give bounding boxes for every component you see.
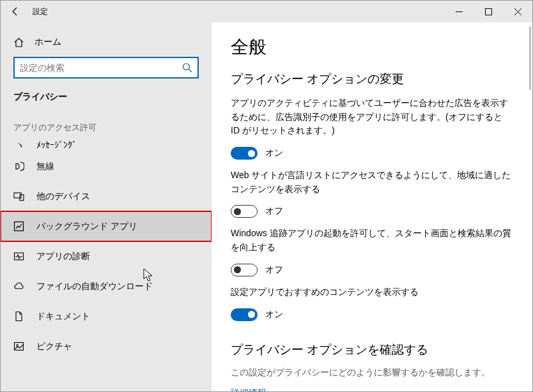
toggle-state-4: オン bbox=[265, 309, 283, 320]
svg-rect-6 bbox=[15, 343, 24, 351]
nav-label: ファイルの自動ダウンロード bbox=[36, 281, 153, 292]
nav-label: ピクチャ bbox=[36, 341, 72, 352]
nav-label: ﾒｯｾｰｼﾞﾝｸﾞ bbox=[36, 140, 77, 150]
scrollbar[interactable] bbox=[529, 26, 531, 90]
section-heading-2: プライバシー オプションを確認する bbox=[231, 342, 513, 358]
close-button[interactable] bbox=[503, 1, 532, 22]
section-label: プライバシー bbox=[1, 91, 212, 114]
search-field[interactable] bbox=[20, 63, 182, 73]
maximize-button[interactable] bbox=[474, 1, 503, 22]
toggle-advertising-id[interactable] bbox=[231, 147, 258, 160]
window-title: 設定 bbox=[30, 6, 48, 17]
nav-label: アプリの診断 bbox=[36, 251, 90, 262]
picture-icon bbox=[13, 341, 25, 352]
toggle-suggested-content[interactable] bbox=[231, 308, 258, 321]
toggle-language-list[interactable] bbox=[231, 205, 258, 218]
devices-icon bbox=[13, 191, 25, 202]
document-icon bbox=[13, 311, 25, 322]
sidebar-item-background-apps[interactable]: バックグラウンド アプリ bbox=[1, 211, 212, 241]
nav-label: 無線 bbox=[36, 161, 54, 172]
svg-point-7 bbox=[17, 345, 19, 347]
sidebar-item-messaging[interactable]: ヽ ﾒｯｾｰｼﾞﾝｸﾞ bbox=[1, 139, 212, 151]
nav-label: バックグラウンド アプリ bbox=[36, 221, 137, 232]
sidebar-item-app-diagnostics[interactable]: アプリの診断 bbox=[1, 241, 212, 271]
search-icon bbox=[182, 63, 192, 73]
svg-rect-4 bbox=[15, 222, 24, 231]
wireless-icon bbox=[13, 161, 25, 172]
section-heading: プライバシー オプションの変更 bbox=[231, 71, 513, 87]
toggle-state-1: オン bbox=[265, 147, 283, 159]
option-desc-3: Windows 追跡アプリの起動を許可して、スタート画面と検索結果の質を向上する bbox=[231, 227, 513, 254]
titlebar: 設定 bbox=[1, 1, 532, 22]
sidebar-item-documents[interactable]: ドキュメント bbox=[1, 301, 212, 331]
search-input[interactable] bbox=[13, 57, 199, 79]
dots-icon: ヽ bbox=[13, 140, 25, 151]
sidebar-item-other-devices[interactable]: 他のデバイス bbox=[1, 181, 212, 211]
sidebar-home[interactable]: ホーム bbox=[1, 31, 212, 57]
svg-point-1 bbox=[183, 64, 190, 70]
confirm-desc: この設定がプライバシーにどのように影響するかを確認します。 bbox=[231, 367, 513, 379]
back-button[interactable] bbox=[1, 1, 30, 22]
sidebar-item-pictures[interactable]: ピクチャ bbox=[1, 331, 212, 361]
option-desc-1: アプリのアクティビティに基づいてユーザーに合わせた広告を表示するために、広告識別… bbox=[231, 96, 513, 138]
sidebar: ホーム プライバシー アプリのアクセス許可 ヽ ﾒｯｾｰｼﾞﾝｸﾞ bbox=[1, 22, 212, 391]
toggle-app-launch-tracking[interactable] bbox=[231, 264, 258, 276]
detail-link[interactable]: 詳細情報 bbox=[231, 388, 513, 392]
toggle-state-3: オフ bbox=[265, 264, 283, 276]
toggle-state-2: オフ bbox=[265, 206, 283, 217]
diagnostics-icon bbox=[13, 251, 25, 262]
cloud-download-icon bbox=[13, 281, 25, 292]
nav-label: 他のデバイス bbox=[36, 191, 90, 202]
home-label: ホーム bbox=[35, 36, 61, 48]
page-title: 全般 bbox=[231, 35, 513, 59]
group-label: アプリのアクセス許可 bbox=[1, 122, 212, 139]
sidebar-item-wireless[interactable]: 無線 bbox=[1, 151, 212, 181]
svg-rect-0 bbox=[485, 8, 491, 15]
home-icon bbox=[13, 37, 24, 48]
nav-label: ドキュメント bbox=[36, 311, 90, 322]
sidebar-item-auto-download[interactable]: ファイルの自動ダウンロード bbox=[1, 271, 212, 301]
option-desc-4: 設定アプリでおすすめのコンテンツを表示する bbox=[231, 285, 513, 299]
content-panel: 全般 プライバシー オプションの変更 アプリのアクティビティに基づいてユーザーに… bbox=[212, 22, 532, 391]
option-desc-2: Web サイトが言語リストにアクセスできるようにして、地域に適したコンテンツを表… bbox=[231, 169, 513, 196]
background-apps-icon bbox=[13, 221, 25, 232]
minimize-button[interactable] bbox=[444, 1, 474, 22]
